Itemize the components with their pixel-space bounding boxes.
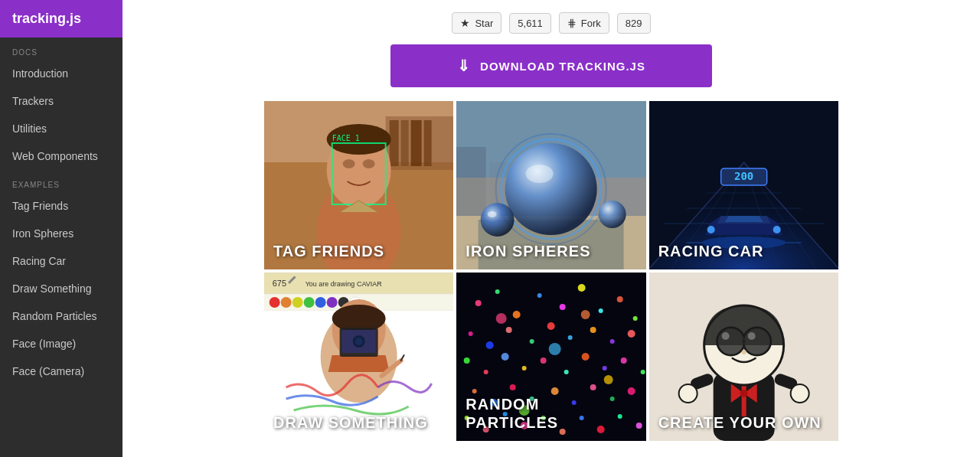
svg-point-76: [617, 296, 623, 302]
star-label: Star: [475, 18, 493, 29]
sidebar-logo[interactable]: tracking.js: [0, 0, 122, 38]
svg-point-52: [270, 297, 280, 308]
svg-point-93: [582, 353, 590, 361]
svg-rect-4: [401, 120, 409, 166]
svg-point-88: [484, 370, 488, 374]
svg-point-67: [355, 338, 363, 345]
svg-point-124: [740, 390, 747, 397]
create-own-title: CREATE YOUR OWN: [658, 413, 822, 432]
grid-item-iron-spheres[interactable]: IRON SPHERES: [456, 101, 645, 269]
grid-item-draw-something[interactable]: 675 You are drawing CAVIAR: [264, 273, 453, 441]
svg-point-55: [304, 297, 315, 308]
svg-point-84: [590, 327, 596, 333]
svg-point-78: [469, 331, 473, 336]
svg-point-57: [327, 297, 338, 308]
svg-point-24: [481, 203, 514, 237]
svg-point-131: [721, 332, 729, 340]
svg-point-134: [741, 350, 746, 354]
grid-item-random-particles[interactable]: RANDOM PARTICLES: [456, 273, 645, 441]
sidebar-item-iron-spheres[interactable]: Iron Spheres: [0, 220, 122, 247]
racing-car-title: RACING CAR: [658, 242, 764, 260]
svg-point-9: [343, 159, 355, 168]
svg-point-53: [281, 297, 292, 308]
racing-car-overlay: RACING CAR: [649, 233, 838, 269]
svg-point-56: [315, 297, 326, 308]
svg-point-86: [628, 330, 635, 338]
svg-point-85: [610, 339, 615, 344]
sidebar-item-introduction[interactable]: Introduction: [0, 60, 122, 87]
svg-point-94: [603, 366, 607, 370]
svg-point-26: [599, 201, 626, 228]
svg-point-130: [743, 328, 769, 354]
fork-label: Fork: [581, 18, 601, 29]
grid-item-tag-friends[interactable]: FACE 1 TAG FRIENDS: [264, 101, 453, 269]
random-particles-overlay: RANDOM PARTICLES: [456, 386, 645, 441]
fork-button[interactable]: ⋕ Fork: [559, 12, 609, 34]
sidebar-item-draw-something[interactable]: Draw Something: [0, 275, 122, 302]
svg-point-80: [506, 327, 512, 333]
svg-point-73: [560, 304, 566, 310]
create-own-overlay: CREATE YOUR OWN: [649, 404, 838, 441]
svg-point-96: [641, 370, 645, 374]
svg-point-117: [549, 343, 561, 355]
svg-point-81: [530, 339, 534, 344]
svg-point-54: [292, 297, 303, 308]
main-content: ★ Star 5,611 ⋕ Fork 829 ⇓ DOWNLOAD TRACK…: [122, 0, 980, 457]
grid-item-racing-car[interactable]: 200 RACING CAR: [649, 101, 838, 269]
svg-point-20: [505, 143, 597, 235]
fork-count: 829: [617, 13, 651, 34]
svg-point-132: [747, 332, 755, 340]
tag-friends-title: TAG FRIENDS: [273, 242, 384, 260]
sidebar-item-tag-friends[interactable]: Tag Friends: [0, 192, 122, 220]
draw-something-overlay: DRAW SOMETHING: [264, 404, 453, 441]
svg-point-10: [363, 159, 375, 168]
svg-point-137: [678, 384, 697, 403]
svg-point-71: [513, 311, 521, 318]
svg-text:You are drawing CAVIAR: You are drawing CAVIAR: [305, 280, 383, 288]
examples-section-label: EXAMPLES: [0, 170, 122, 192]
svg-point-118: [604, 375, 613, 384]
sidebar-item-utilities[interactable]: Utilities: [0, 115, 122, 142]
docs-section-label: DOCS: [0, 38, 122, 60]
draw-something-title: DRAW SOMETHING: [273, 413, 428, 432]
download-label: DOWNLOAD TRACKING.JS: [480, 60, 645, 73]
github-icon: ★: [460, 17, 470, 29]
svg-text:FACE 1: FACE 1: [332, 134, 360, 142]
sidebar-item-racing-car[interactable]: Racing Car: [0, 247, 122, 275]
iron-spheres-overlay: IRON SPHERES: [456, 233, 645, 269]
svg-point-82: [547, 322, 555, 330]
svg-point-95: [621, 357, 627, 364]
svg-point-23: [526, 165, 554, 183]
svg-rect-5: [411, 120, 422, 166]
svg-point-120: [581, 310, 590, 319]
sidebar: tracking.js DOCS Introduction Trackers U…: [0, 0, 122, 457]
svg-point-25: [488, 211, 497, 217]
sidebar-item-random-particles[interactable]: Random Particles: [0, 302, 122, 330]
random-particles-title: RANDOM PARTICLES: [466, 395, 636, 432]
sidebar-item-face-image[interactable]: Face (Image): [0, 330, 122, 357]
examples-grid: FACE 1 TAG FRIENDS: [264, 101, 838, 441]
svg-point-79: [486, 341, 494, 349]
svg-point-75: [599, 308, 603, 313]
svg-point-77: [633, 316, 638, 321]
svg-point-91: [541, 357, 547, 364]
sidebar-item-web-components[interactable]: Web Components: [0, 142, 122, 170]
grid-item-create-own[interactable]: CREATE YOUR OWN: [649, 273, 838, 441]
sidebar-item-face-camera[interactable]: Face (Camera): [0, 357, 122, 385]
svg-point-89: [501, 353, 509, 361]
download-icon: ⇓: [457, 57, 471, 75]
svg-rect-6: [424, 120, 432, 166]
svg-text:200: 200: [734, 170, 753, 182]
sidebar-item-trackers[interactable]: Trackers: [0, 87, 122, 115]
star-button[interactable]: ★ Star: [452, 12, 501, 34]
svg-point-87: [464, 357, 470, 364]
download-button[interactable]: ⇓ DOWNLOAD TRACKING.JS: [390, 44, 712, 87]
iron-spheres-title: IRON SPHERES: [466, 242, 590, 260]
svg-point-70: [495, 289, 500, 294]
svg-point-92: [564, 370, 569, 374]
fork-icon: ⋕: [567, 17, 577, 29]
svg-point-90: [522, 366, 527, 370]
tag-friends-overlay: TAG FRIENDS: [264, 233, 453, 269]
svg-point-83: [568, 335, 573, 340]
svg-text:675: 675: [273, 279, 286, 288]
